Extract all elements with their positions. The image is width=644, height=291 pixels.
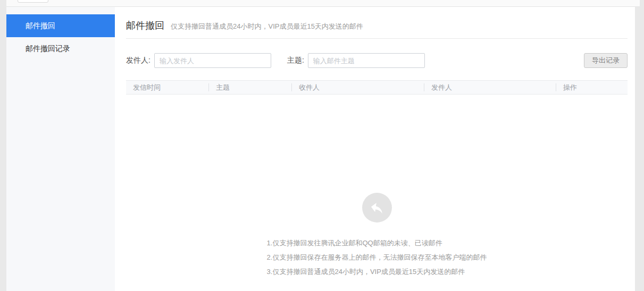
topbar — [6, 0, 640, 7]
page-subtitle: 仅支持撤回普通成员24小时内，VIP成员最近15天内发送的邮件 — [171, 22, 363, 31]
subject-label: 主题: — [287, 56, 304, 65]
title-row: 邮件撤回 仅支持撤回普通成员24小时内，VIP成员最近15天内发送的邮件 — [126, 19, 628, 32]
empty-state: 1.仅支持撤回发往腾讯企业邮和QQ邮箱的未读、已读邮件 2.仅支持撤回保存在服务… — [126, 193, 628, 279]
table-header: 发信时间 主题 收件人 发件人 操作 — [126, 80, 628, 95]
subject-input[interactable] — [308, 53, 425, 68]
note-line-1: 1.仅支持撤回发往腾讯企业邮和QQ邮箱的未读、已读邮件 — [267, 236, 487, 250]
filter-row: 发件人: 主题: 导出记录 — [126, 53, 628, 68]
main-panel: 邮件撤回 仅支持撤回普通成员24小时内，VIP成员最近15天内发送的邮件 发件人… — [115, 7, 635, 291]
column-header-recipient: 收件人 — [291, 83, 424, 91]
note-line-3: 3.仅支持撤回普通成员24小时内，VIP成员最近15天内发送的邮件 — [267, 264, 487, 279]
column-header-sender: 发件人 — [424, 83, 556, 91]
column-header-send-time: 发信时间 — [126, 83, 208, 91]
page-title: 邮件撤回 — [126, 19, 164, 32]
sidebar: 邮件撤回 邮件撤回记录 — [6, 7, 115, 291]
sender-label: 发件人: — [126, 56, 150, 65]
recall-arrow-icon — [362, 193, 392, 222]
title-divider — [126, 38, 628, 39]
sidebar-item-mail-recall-records[interactable]: 邮件撤回记录 — [6, 37, 115, 60]
column-header-actions: 操作 — [556, 83, 628, 91]
recall-notes: 1.仅支持撤回发往腾讯企业邮和QQ邮箱的未读、已读邮件 2.仅支持撤回保存在服务… — [267, 236, 487, 279]
note-line-2: 2.仅支持撤回保存在服务器上的邮件，无法撤回保存至本地客户端的邮件 — [267, 250, 487, 264]
sidebar-item-mail-recall[interactable]: 邮件撤回 — [6, 14, 115, 37]
topbar-partial-box — [18, 0, 48, 3]
sender-input[interactable] — [154, 53, 271, 68]
export-records-button[interactable]: 导出记录 — [584, 53, 628, 68]
column-header-subject: 主题 — [208, 83, 291, 91]
